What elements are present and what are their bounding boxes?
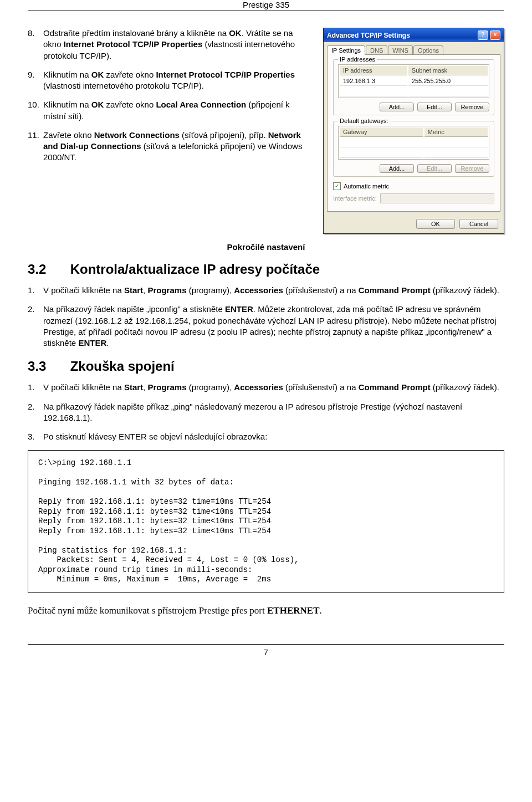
list-item: 1.V počítači klikněte na Start, Programs… — [28, 285, 504, 296]
page-number: 7 — [264, 648, 268, 657]
step-body: Kliknutím na OK zavřete okno Internet Pr… — [43, 69, 309, 92]
interface-metric-row: Interface metric: — [333, 193, 494, 203]
doc-title: Prestige 335 — [243, 0, 289, 9]
ip-col-address: IP address — [340, 66, 407, 75]
list-item: 1.V počítači klikněte na Start, Programs… — [28, 382, 504, 393]
gw-remove-button[interactable]: Remove — [455, 164, 489, 173]
step-list-b: 1.V počítači klikněte na Start, Programs… — [28, 285, 504, 349]
ip-col-mask: Subnet mask — [408, 66, 488, 75]
gw-edit-button[interactable]: Edit... — [417, 164, 452, 173]
ip-remove-button[interactable]: Remove — [455, 103, 489, 111]
auto-metric-label: Automatic metric — [344, 183, 389, 190]
closing-sentence: Počítač nyní může komunikovat s přístroj… — [28, 605, 504, 616]
tab-dns[interactable]: DNS — [366, 45, 387, 55]
dialog-title: Advanced TCP/IP Settings — [327, 32, 410, 39]
tab-options[interactable]: Options — [413, 45, 443, 55]
list-item: 11.Zavřete okno Network Connections (síť… — [28, 130, 309, 164]
dialog-titlebar: Advanced TCP/IP Settings ? × — [324, 28, 504, 42]
list-item: 8.Odstraňte předtím instalované brány a … — [28, 28, 309, 62]
step-number: 3. — [28, 431, 43, 442]
section-number: 3.3 — [28, 359, 66, 374]
step-number: 10. — [28, 99, 43, 122]
ping-output: C:\>ping 192.168.1.1 Pinging 192.168.1.1… — [28, 450, 504, 593]
help-button[interactable]: ? — [478, 30, 488, 40]
step-body: V počítači klikněte na Start, Programs (… — [43, 382, 504, 393]
step-list-a: 8.Odstraňte předtím instalované brány a … — [28, 28, 309, 164]
list-item: 3.Po stisknutí klávesy ENTER se objeví n… — [28, 431, 504, 442]
step-body: Na příkazový řádek napište příkaz „ping"… — [43, 401, 504, 424]
step-number: 1. — [28, 382, 43, 393]
list-item: 10.Kliknutím na OK zavřete okno Local Ar… — [28, 99, 309, 122]
cancel-button[interactable]: Cancel — [459, 219, 498, 229]
gateways-legend: Default gateways: — [338, 118, 390, 124]
step-body: Po stisknutí klávesy ENTER se objeví nás… — [43, 431, 504, 442]
table-row[interactable]: 192.168.1.3 255.255.255.0 — [340, 76, 488, 86]
ok-button[interactable]: OK — [416, 219, 455, 229]
ip-edit-button[interactable]: Edit... — [417, 103, 452, 111]
section-3-2: 3.2 Kontrola/aktualizace IP adresy počít… — [28, 262, 504, 277]
step-body: Kliknutím na OK zavřete okno Local Area … — [43, 99, 309, 122]
ip-addresses-legend: IP addresses — [338, 56, 377, 63]
section-3-3: 3.3 Zkouška spojení — [28, 359, 504, 374]
tab-wins[interactable]: WINS — [388, 45, 413, 55]
ip-table: IP address Subnet mask 192.168.1.3 255.2… — [338, 64, 489, 98]
auto-metric-checkbox[interactable]: ✓ Automatic metric — [333, 182, 494, 190]
step-number: 11. — [28, 130, 43, 164]
gw-table: Gateway Metric — [338, 126, 489, 160]
figure-caption: Pokročilé nastavení — [28, 242, 504, 252]
advanced-tcpip-dialog: Advanced TCP/IP Settings ? × IP Settings… — [323, 28, 504, 234]
section-title: Kontrola/aktualizace IP adresy počítače — [70, 262, 320, 277]
list-item: 2.Na příkazový řádek napište „ipconfig" … — [28, 304, 504, 349]
tab-ip-settings[interactable]: IP Settings — [327, 45, 365, 55]
close-button[interactable]: × — [490, 30, 500, 40]
section-number: 3.2 — [28, 262, 66, 277]
ip-add-button[interactable]: Add... — [380, 103, 414, 111]
gw-add-button[interactable]: Add... — [380, 164, 414, 173]
step-list-c: 1.V počítači klikněte na Start, Programs… — [28, 382, 504, 442]
gateways-group: Default gateways: Gateway Metric Add... … — [333, 121, 494, 177]
step-body: Na příkazový řádek napište „ipconfig" a … — [43, 304, 504, 349]
step-body: V počítači klikněte na Start, Programs (… — [43, 285, 504, 296]
list-item: 2.Na příkazový řádek napište příkaz „pin… — [28, 401, 504, 424]
gw-col-gateway: Gateway — [340, 127, 423, 137]
interface-metric-label: Interface metric: — [333, 195, 377, 202]
list-item: 9.Kliknutím na OK zavřete okno Internet … — [28, 69, 309, 92]
step-body: Zavřete okno Network Connections (síťová… — [43, 130, 309, 164]
step-number: 8. — [28, 28, 43, 62]
dialog-tabs: IP SettingsDNSWINSOptions — [324, 42, 504, 55]
step-number: 1. — [28, 285, 43, 296]
ip-addresses-group: IP addresses IP address Subnet mask 192.… — [333, 59, 494, 115]
page-header: Prestige 335 — [28, 0, 504, 11]
step-number: 9. — [28, 69, 43, 92]
ip-cell-address: 192.168.1.3 — [340, 76, 407, 86]
page-footer: 7 — [28, 644, 504, 657]
section-title: Zkouška spojení — [70, 359, 175, 374]
interface-metric-field — [380, 193, 494, 203]
ip-cell-mask: 255.255.255.0 — [408, 76, 488, 86]
step-number: 2. — [28, 401, 43, 424]
check-icon: ✓ — [333, 182, 341, 190]
step-number: 2. — [28, 304, 43, 349]
gw-col-metric: Metric — [424, 127, 488, 137]
step-body: Odstraňte předtím instalované brány a kl… — [43, 28, 309, 62]
